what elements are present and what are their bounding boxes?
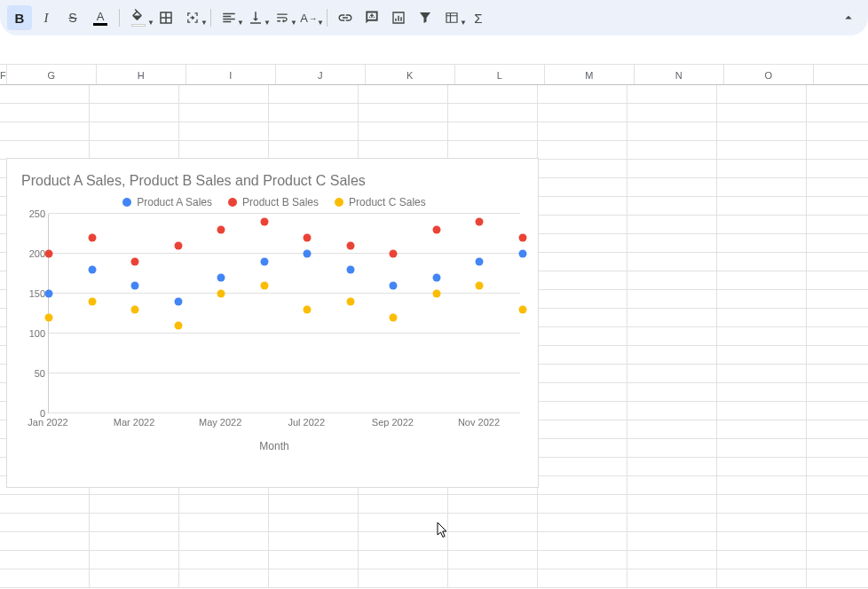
column-header[interactable]: N: [635, 65, 724, 84]
grid-cell[interactable]: [627, 309, 717, 326]
grid-cell[interactable]: [448, 85, 538, 103]
grid-cell[interactable]: [717, 476, 807, 494]
column-header[interactable]: I: [186, 65, 276, 84]
grid-cell[interactable]: [627, 439, 717, 457]
grid-cell[interactable]: [90, 141, 179, 159]
insert-chart-button[interactable]: [386, 5, 411, 30]
column-header[interactable]: M: [545, 65, 635, 84]
grid-cell[interactable]: [627, 346, 717, 364]
grid-cell[interactable]: [717, 197, 807, 215]
grid-cell[interactable]: [807, 85, 868, 103]
grid-cell[interactable]: [538, 346, 627, 364]
grid-cell[interactable]: [627, 514, 717, 531]
filter-button[interactable]: [413, 5, 438, 30]
grid-cell[interactable]: [90, 104, 179, 122]
grid-cell[interactable]: [359, 514, 448, 531]
grid-cell[interactable]: [538, 216, 627, 233]
grid-cell[interactable]: [807, 271, 868, 289]
grid-cell[interactable]: [0, 141, 90, 159]
grid-cell[interactable]: [627, 141, 717, 159]
grid-cell[interactable]: [538, 104, 627, 122]
column-header[interactable]: J: [276, 65, 366, 84]
grid-cell[interactable]: [807, 122, 868, 140]
grid-cell[interactable]: [179, 532, 269, 550]
grid-cell[interactable]: [359, 569, 448, 587]
grid-cell[interactable]: [359, 122, 448, 140]
text-rotation-button[interactable]: A→ ▼: [296, 5, 321, 30]
grid-cell[interactable]: [807, 234, 868, 252]
grid-cell[interactable]: [448, 141, 538, 159]
grid-cell[interactable]: [717, 402, 807, 420]
grid-cell[interactable]: [538, 458, 627, 475]
grid-cell[interactable]: [627, 402, 717, 420]
grid-cell[interactable]: [627, 458, 717, 475]
grid-cell[interactable]: [627, 569, 717, 587]
grid-cell[interactable]: [0, 85, 90, 103]
grid-cell[interactable]: [627, 420, 717, 438]
grid-cell[interactable]: [269, 551, 359, 569]
grid-cell[interactable]: [717, 383, 807, 401]
grid-cell[interactable]: [538, 141, 627, 159]
grid-cell[interactable]: [179, 141, 269, 159]
grid-cell[interactable]: [717, 551, 807, 569]
grid-cell[interactable]: [179, 122, 269, 140]
bold-button[interactable]: B: [7, 5, 32, 30]
grid-cell[interactable]: [717, 439, 807, 457]
grid-cell[interactable]: [807, 495, 868, 513]
grid-cell[interactable]: [807, 551, 868, 569]
grid-cell[interactable]: [179, 551, 269, 569]
grid-cell[interactable]: [807, 383, 868, 401]
grid-cell[interactable]: [448, 569, 538, 587]
insert-link-button[interactable]: [333, 5, 358, 30]
column-header[interactable]: K: [366, 65, 455, 84]
grid-cell[interactable]: [538, 402, 627, 420]
grid-cell[interactable]: [807, 253, 868, 271]
grid-cell[interactable]: [717, 365, 807, 382]
grid-cell[interactable]: [627, 216, 717, 233]
grid-cell[interactable]: [90, 569, 179, 587]
grid-cell[interactable]: [717, 327, 807, 345]
grid-cell[interactable]: [717, 346, 807, 364]
borders-button[interactable]: [154, 5, 178, 30]
grid-cell[interactable]: [179, 104, 269, 122]
grid-cell[interactable]: [627, 327, 717, 345]
grid-cell[interactable]: [538, 420, 627, 438]
grid-cell[interactable]: [807, 439, 868, 457]
italic-button[interactable]: I: [34, 5, 59, 30]
grid-cell[interactable]: [359, 104, 448, 122]
column-header[interactable]: O: [724, 65, 814, 84]
grid-cell[interactable]: [717, 458, 807, 475]
grid-cell[interactable]: [807, 402, 868, 420]
grid-cell[interactable]: [717, 532, 807, 550]
grid-cell[interactable]: [627, 160, 717, 177]
grid-cell[interactable]: [717, 290, 807, 308]
grid-cell[interactable]: [627, 253, 717, 271]
grid-cell[interactable]: [627, 551, 717, 569]
strikethrough-button[interactable]: S: [60, 5, 85, 30]
grid-cell[interactable]: [538, 253, 627, 271]
grid-cell[interactable]: [179, 495, 269, 513]
grid-cell[interactable]: [538, 551, 627, 569]
grid-cell[interactable]: [807, 532, 868, 550]
grid-cell[interactable]: [448, 104, 538, 122]
text-wrap-button[interactable]: ▼: [270, 5, 295, 30]
grid-cell[interactable]: [179, 514, 269, 531]
collapse-toolbar-button[interactable]: [836, 5, 861, 30]
grid-cell[interactable]: [627, 234, 717, 252]
grid-cell[interactable]: [807, 365, 868, 382]
grid-cell[interactable]: [269, 569, 359, 587]
grid-cell[interactable]: [90, 514, 179, 531]
grid-cell[interactable]: [627, 495, 717, 513]
grid-cell[interactable]: [448, 532, 538, 550]
insert-comment-button[interactable]: [359, 5, 384, 30]
grid-cell[interactable]: [90, 551, 179, 569]
grid-cell[interactable]: [717, 160, 807, 177]
grid-cell[interactable]: [448, 495, 538, 513]
grid-cell[interactable]: [538, 569, 627, 587]
grid-cell[interactable]: [807, 327, 868, 345]
grid-cell[interactable]: [90, 532, 179, 550]
grid-cell[interactable]: [627, 197, 717, 215]
grid-cell[interactable]: [269, 85, 359, 103]
grid-cell[interactable]: [0, 551, 90, 569]
grid-cell[interactable]: [717, 122, 807, 140]
